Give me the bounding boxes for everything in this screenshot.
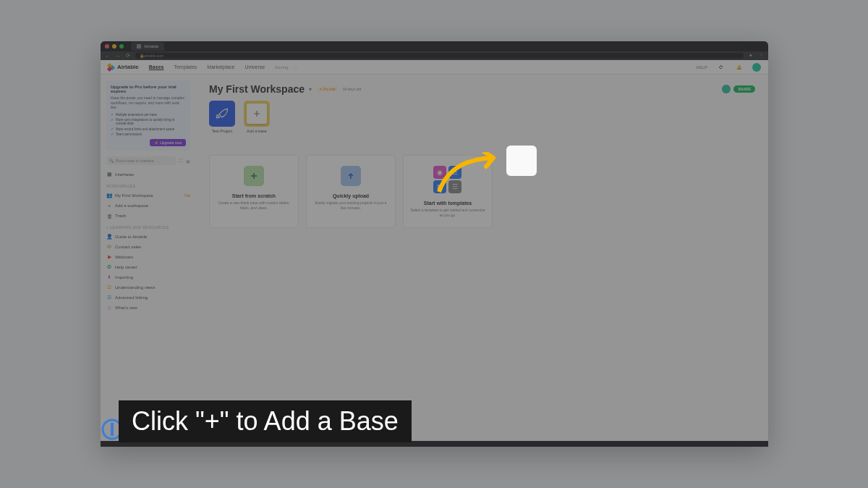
bolt-icon: ⚡: [154, 140, 158, 145]
resource-advanced-linking[interactable]: ☰Advanced linking: [106, 293, 190, 303]
favicon-icon: [137, 44, 141, 49]
logo[interactable]: Airtable: [108, 64, 139, 71]
url-bar-row: ← → ⟳ 🔒 airtable.com ✦ ⋮: [101, 51, 768, 60]
help-link[interactable]: HELP: [696, 65, 707, 70]
chevron-down-icon[interactable]: ▾: [309, 86, 312, 93]
app-root: Airtable Bases Templates Marketplace Uni…: [101, 60, 768, 441]
resource-icon: ☳: [106, 285, 112, 290]
upgrade-panel: Upgrade to Pro before your trial expires…: [106, 80, 190, 151]
browser-tab-strip: Airtable: [101, 41, 768, 51]
template-grid-icon: ◉ ☰ ▦ ☰: [433, 166, 462, 193]
card-title: Start from scratch: [216, 193, 292, 198]
base-add[interactable]: Add a base: [244, 101, 270, 133]
url-field[interactable]: 🔒 airtable.com: [135, 53, 744, 59]
grid-icon[interactable]: ▦: [186, 159, 190, 163]
forward-icon[interactable]: →: [115, 53, 121, 59]
card-tile: [244, 166, 264, 186]
check-icon: ✓: [111, 113, 114, 117]
share-button[interactable]: SHARE: [733, 85, 755, 93]
resource-webinars[interactable]: ▶Webinars: [106, 252, 190, 262]
tab-title: Airtable: [144, 44, 158, 49]
resource-importing[interactable]: ⬇Importing: [106, 272, 190, 282]
sidebar-add-workspace[interactable]: + Add a workspace: [106, 201, 190, 211]
workspace-header: My First Workspace ▾ ✦ Pro trial 14 days…: [209, 83, 755, 95]
card-title: Start with templates: [409, 201, 486, 206]
main-panel: My First Workspace ▾ ✦ Pro trial 14 days…: [196, 75, 768, 441]
resource-icon: ⎍: [106, 305, 112, 311]
search-input[interactable]: 🔍 Find a base or interface: [106, 156, 176, 165]
user-avatar[interactable]: [752, 63, 761, 72]
resource-icon: ❂: [106, 264, 112, 270]
upgrade-title: Upgrade to Pro before your trial expires: [111, 85, 186, 93]
min-dot[interactable]: [112, 44, 116, 49]
base-tile: [209, 101, 235, 127]
check-icon: ✓: [111, 127, 114, 131]
add-base-tile: [244, 101, 270, 127]
url-text: airtable.com: [144, 54, 163, 58]
sidebar-trash[interactable]: 🗑 Trash: [106, 211, 190, 221]
upgrade-button[interactable]: ⚡Upgrade now: [150, 139, 186, 146]
card-desc: Create a new blank base with custom tabl…: [216, 201, 292, 210]
card-scratch[interactable]: Start from scratch Create a new blank ba…: [209, 155, 299, 228]
workspace-title: My First Workspace: [209, 83, 305, 95]
resource-understanding-views[interactable]: ☳Understanding views: [106, 282, 190, 293]
trash-icon: 🗑: [106, 213, 112, 219]
resource-what's-new[interactable]: ⎍What's new: [106, 303, 190, 313]
nav-universe[interactable]: Universe: [244, 64, 265, 70]
card-tile: [341, 166, 361, 186]
resource-icon: ✉: [106, 244, 112, 250]
base-label: Add a base: [247, 129, 267, 133]
extension-icon[interactable]: ✦: [748, 53, 754, 59]
card-desc: Select a template to get started and cus…: [409, 208, 486, 217]
logo-text: Airtable: [117, 64, 139, 70]
trial-badge: Trial: [184, 194, 190, 198]
nav-templates[interactable]: Templates: [174, 64, 197, 70]
days-left: 14 days left: [343, 87, 362, 91]
resource-icon: 👤: [106, 234, 112, 240]
menu-icon[interactable]: ⋮: [758, 53, 764, 59]
collab-avatar[interactable]: [722, 85, 731, 93]
rocket-icon: [215, 106, 229, 121]
pro-trial-badge: ✦ Pro trial: [316, 86, 339, 92]
close-dot[interactable]: [105, 44, 109, 49]
window-controls: [101, 44, 128, 49]
resource-contact-sales[interactable]: ✉Contact sales: [106, 242, 190, 252]
check-icon: ✓: [111, 132, 114, 136]
search-icon: 🔍: [109, 159, 114, 163]
resource-icon: ▶: [106, 254, 112, 260]
nav-bases[interactable]: Bases: [149, 64, 164, 70]
resource-icon: ⬇: [106, 274, 112, 280]
nav-marketplace[interactable]: Marketplace: [207, 64, 234, 70]
content-area: Upgrade to Pro before your trial expires…: [101, 75, 768, 441]
people-icon: 👥: [106, 193, 112, 198]
browser-tab[interactable]: Airtable: [131, 42, 164, 51]
upgrade-desc: Keep the power you need to manage comple…: [111, 96, 186, 110]
sidebar-interfaces[interactable]: ▦ Interfaces: [106, 169, 190, 180]
expand-icon[interactable]: ⛶: [179, 159, 183, 163]
check-icon: ✓: [111, 118, 114, 126]
resource-guide-to-airtable[interactable]: 👤Guide to Airtable: [106, 232, 190, 242]
back-icon[interactable]: ←: [105, 53, 111, 59]
card-templates[interactable]: ◉ ☰ ▦ ☰ Start with templates Select a te…: [403, 155, 493, 228]
svg-rect-1: [111, 423, 114, 436]
max-dot[interactable]: [119, 44, 124, 49]
browser-window: Airtable ← → ⟳ 🔒 airtable.com ✦ ⋮ Airtab…: [101, 41, 768, 447]
card-upload[interactable]: Quickly upload Easily migrate your exist…: [306, 155, 396, 228]
spinner-icon: ◌: [293, 64, 297, 70]
sidebar-workspace[interactable]: 👥 My First Workspace Trial: [106, 190, 190, 201]
reload-icon[interactable]: ⟳: [125, 53, 131, 59]
plus-icon: +: [106, 203, 112, 209]
base-test-project[interactable]: Test Project: [209, 101, 235, 133]
top-nav: Airtable Bases Templates Marketplace Uni…: [101, 60, 768, 75]
resource-icon: ☰: [106, 295, 112, 300]
card-desc: Easily migrate your existing projects in…: [312, 201, 389, 210]
resource-help-center[interactable]: ❂Help center: [106, 262, 190, 272]
upload-icon: [346, 171, 356, 181]
logo-mark-icon: [108, 64, 115, 71]
card-title: Quickly upload: [312, 193, 389, 198]
history-icon[interactable]: ⏱: [718, 64, 725, 71]
plus-icon: [249, 171, 259, 181]
notifications-icon[interactable]: 🔔: [735, 64, 742, 71]
bases-row: Test Project Add a base: [209, 101, 755, 133]
interfaces-icon: ▦: [106, 172, 112, 177]
